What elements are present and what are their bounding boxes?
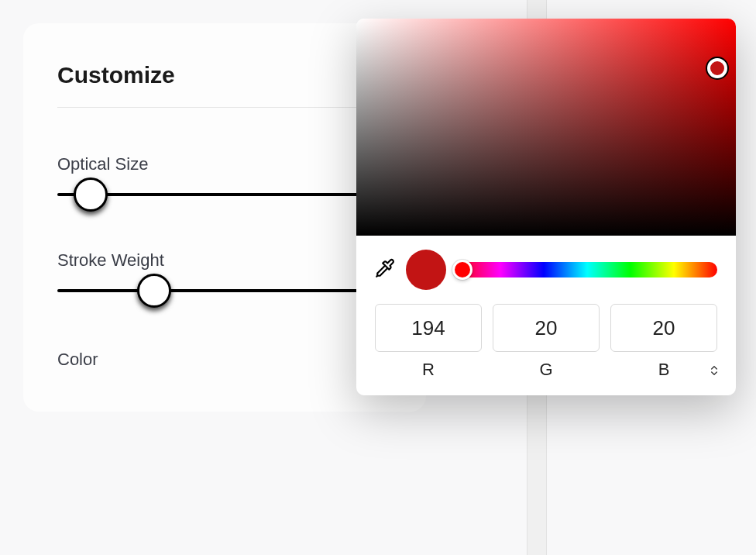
saturation-value-handle[interactable] <box>707 58 727 78</box>
hue-slider[interactable] <box>457 262 717 278</box>
g-input[interactable] <box>493 304 600 352</box>
g-col: G <box>493 304 600 395</box>
rgb-inputs: R G B <box>356 299 736 395</box>
color-picker-popover: R G B <box>356 19 736 395</box>
stroke-weight-field: Stroke Weight <box>57 250 392 292</box>
current-color-swatch <box>406 250 446 290</box>
optical-size-field: Optical Size <box>57 154 392 196</box>
stroke-weight-label: Stroke Weight <box>57 250 392 271</box>
hue-handle[interactable] <box>452 260 472 280</box>
b-col: B <box>610 304 717 395</box>
stroke-weight-slider[interactable] <box>57 289 392 292</box>
color-field: Color <box>57 346 392 373</box>
b-input[interactable] <box>610 304 717 352</box>
r-label: R <box>422 360 435 395</box>
optical-size-slider[interactable] <box>57 193 392 196</box>
r-col: R <box>375 304 482 395</box>
color-label: Color <box>57 350 98 370</box>
panel-title: Customize <box>57 62 392 108</box>
optical-size-thumb[interactable] <box>74 178 108 212</box>
color-mode-toggle-icon[interactable] <box>708 364 720 380</box>
optical-size-label: Optical Size <box>57 154 392 174</box>
picker-controls <box>356 236 736 299</box>
saturation-value-area[interactable] <box>356 19 736 236</box>
b-label: B <box>658 360 670 395</box>
stroke-weight-thumb[interactable] <box>137 274 171 308</box>
eyedropper-icon[interactable] <box>375 258 395 281</box>
r-input[interactable] <box>375 304 482 352</box>
g-label: G <box>539 360 552 395</box>
